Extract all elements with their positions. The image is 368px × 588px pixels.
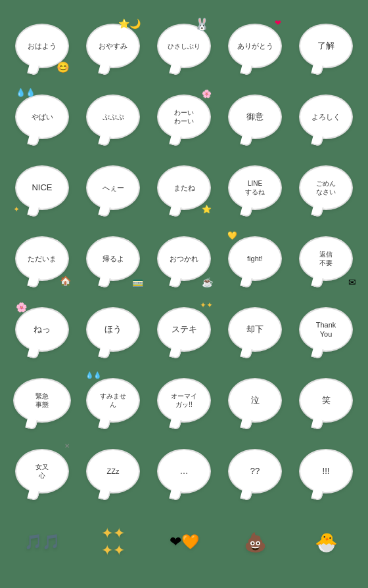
sticker-text-5: 了解 — [317, 41, 334, 52]
deco-2: ⭐🌙 — [118, 18, 141, 29]
sticker-text-26: 緊急事態 — [35, 392, 49, 409]
sticker-text-9: 御意 — [246, 112, 264, 123]
deco-19: 💛 — [227, 231, 237, 240]
sticker-text-8: わーいわーい — [174, 108, 194, 125]
sticker-text-1: おはよう — [28, 41, 57, 51]
sticker-31[interactable]: 女又心 ✕ — [9, 438, 75, 504]
sticker-text-3: ひさしぶり — [168, 42, 200, 51]
sticker-text-7: ぷぷぷ — [103, 112, 124, 121]
deco-8: 🌸 — [202, 89, 212, 98]
music-icon: 🎵🎵 — [24, 534, 60, 551]
deco-31: ✕ — [64, 442, 70, 450]
sticker-9[interactable]: 御意 — [222, 84, 288, 150]
sticker-text-31: 女又心 — [35, 463, 49, 480]
sticker-2[interactable]: おやすみ ⭐🌙 — [80, 13, 146, 79]
sticker-text-25: ThankYou — [316, 320, 336, 339]
sticker-10[interactable]: よろしく — [293, 84, 359, 150]
deco-13: ⭐ — [202, 205, 212, 214]
deco-18: ☕ — [202, 277, 213, 287]
sticker-text-30: 笑 — [322, 395, 331, 406]
sticker-text-33: … — [180, 466, 189, 477]
deco-17: 🚃 — [132, 277, 143, 287]
sticker-text-22: ほう — [104, 324, 122, 335]
sticker-26[interactable]: 緊急事態 — [9, 368, 75, 433]
sticker-text-15: ごめんなさい — [316, 179, 336, 196]
sticker-text-27: すみません — [100, 392, 126, 409]
sticker-30[interactable]: 笑 — [293, 368, 359, 433]
deco-23: ✦✦ — [200, 301, 213, 310]
sticker-11[interactable]: NICE ✦ — [9, 155, 75, 220]
sticker-text-14: LINEするね — [245, 179, 265, 196]
sticker-19[interactable]: fight! 💛 — [222, 226, 288, 291]
deco-16: 🏠 — [60, 276, 71, 286]
sticker-27[interactable]: すみません 💧💧 — [80, 368, 146, 433]
sticker-34[interactable]: ?? — [222, 438, 288, 504]
sticker-6[interactable]: やばい 💧💧 — [9, 84, 75, 150]
sticker-text-16: ただいま — [28, 254, 57, 263]
sticker-36[interactable]: 🎵🎵 — [9, 509, 75, 575]
sticker-text-17: 帰るよ — [103, 254, 124, 263]
sticker-1[interactable]: おはよう 😊 — [9, 13, 75, 79]
sticker-32[interactable]: ZZz — [80, 438, 146, 504]
sticker-text-2: おやすみ — [99, 41, 127, 51]
sticker-29[interactable]: 泣 — [222, 368, 288, 433]
sticker-text-23: ステキ — [172, 324, 197, 335]
sticker-text-29: 泣 — [251, 395, 260, 406]
sticker-text-18: おつかれ — [170, 254, 198, 263]
sticker-35[interactable]: !!! — [293, 438, 359, 504]
deco-6: 💧💧 — [16, 88, 35, 97]
deco-20: ✉ — [348, 277, 356, 287]
sparkle-icon: ✦✦✦✦ — [101, 525, 125, 559]
sticker-text-34: ?? — [250, 466, 260, 477]
sticker-13[interactable]: またね ⭐ — [151, 155, 217, 220]
sticker-text-10: よろしく — [311, 112, 340, 121]
sticker-17[interactable]: 帰るよ 🚃 — [80, 226, 146, 291]
sticker-39[interactable]: 💩 — [222, 509, 288, 575]
deco-11: ✦ — [13, 205, 20, 214]
deco-3: 🐰 — [195, 17, 209, 32]
sticker-text-12: へぇー — [103, 183, 124, 192]
sticker-15[interactable]: ごめんなさい — [293, 155, 359, 220]
sticker-3[interactable]: ひさしぶり 🐰 — [151, 13, 217, 79]
sticker-4[interactable]: ありがとう ❤ — [222, 13, 288, 79]
chick-icon: 🐣 — [315, 532, 338, 553]
sticker-40[interactable]: 🐣 — [293, 509, 359, 575]
sticker-text-20: 返信不要 — [319, 250, 333, 267]
deco-1: 😊 — [57, 61, 70, 74]
sticker-text-32: ZZz — [107, 467, 120, 476]
sticker-21[interactable]: ねっ 🌸 — [9, 297, 75, 362]
poop-icon: 💩 — [244, 532, 267, 553]
sticker-25[interactable]: ThankYou — [293, 297, 359, 362]
sticker-22[interactable]: ほう — [80, 297, 146, 362]
sticker-text-4: ありがとう — [237, 41, 273, 51]
deco-27: 💧💧 — [85, 371, 101, 379]
sticker-37[interactable]: ✦✦✦✦ — [80, 509, 146, 575]
sticker-text-24: 却下 — [246, 324, 264, 335]
sticker-16[interactable]: ただいま 🏠 — [9, 226, 75, 291]
sticker-12[interactable]: へぇー — [80, 155, 146, 220]
sticker-text-11: NICE — [32, 182, 52, 194]
sticker-text-6: やばい — [32, 112, 53, 121]
sticker-text-21: ねっ — [34, 324, 51, 335]
sticker-7[interactable]: ぷぷぷ — [80, 84, 146, 150]
sticker-text-13: またね — [173, 183, 195, 192]
sticker-grid: おはよう 😊 おやすみ ⭐🌙 ひさしぶり 🐰 ありがとう ❤ 了解 やばい 💧💧 — [0, 3, 368, 585]
sticker-text-35: !!! — [323, 466, 330, 477]
sticker-33[interactable]: … — [151, 438, 217, 504]
sticker-24[interactable]: 却下 — [222, 297, 288, 362]
deco-21: 🌸 — [16, 302, 27, 312]
sticker-20[interactable]: 返信不要 ✉ — [293, 226, 359, 291]
sticker-28[interactable]: オーマイガッ!! — [151, 368, 217, 433]
sticker-5[interactable]: 了解 — [293, 13, 359, 79]
hearts-icon: ❤🧡 — [170, 534, 199, 551]
sticker-23[interactable]: ステキ ✦✦ — [151, 297, 217, 362]
sticker-text-28: オーマイガッ!! — [171, 392, 197, 409]
deco-4: ❤ — [275, 18, 281, 28]
sticker-text-19: fight! — [247, 254, 263, 263]
sticker-38[interactable]: ❤🧡 — [151, 509, 217, 575]
sticker-14[interactable]: LINEするね — [222, 155, 288, 220]
sticker-8[interactable]: わーいわーい 🌸 — [151, 84, 217, 150]
sticker-18[interactable]: おつかれ ☕ — [151, 226, 217, 291]
